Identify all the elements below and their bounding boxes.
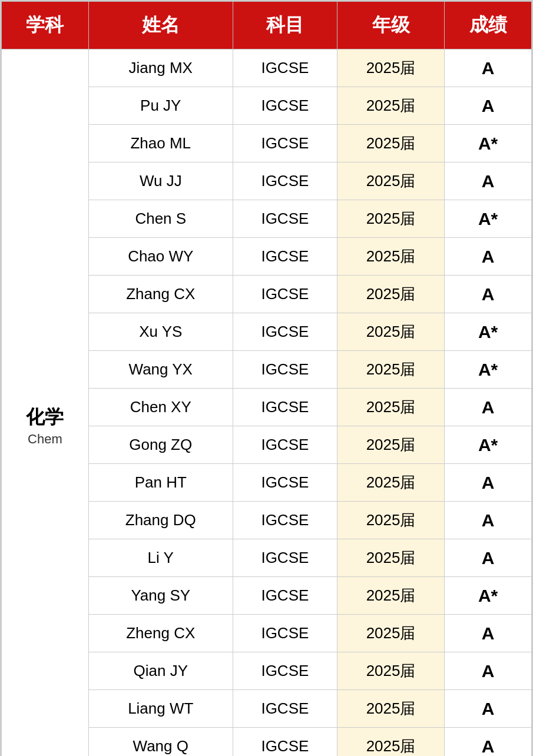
student-score: A* bbox=[445, 125, 532, 163]
student-grade: 2025届 bbox=[337, 464, 444, 502]
student-name: Li Y bbox=[88, 539, 233, 577]
student-grade: 2025届 bbox=[337, 238, 444, 276]
student-score: A bbox=[445, 276, 532, 313]
student-name: Qian JY bbox=[88, 652, 233, 690]
student-score: A bbox=[445, 389, 532, 426]
results-table: 学科 姓名 科目 年级 成绩 化学ChemJiang MXIGCSE2025届A… bbox=[1, 1, 532, 756]
header-exam: 科目 bbox=[233, 2, 337, 49]
header-score: 成绩 bbox=[445, 2, 532, 49]
student-grade: 2025届 bbox=[337, 49, 444, 87]
student-name: Yang SY bbox=[88, 577, 233, 615]
exam-subject: IGCSE bbox=[233, 49, 337, 87]
student-name: Pan HT bbox=[88, 464, 233, 502]
student-name: Zhao ML bbox=[88, 125, 233, 163]
student-grade: 2025届 bbox=[337, 389, 444, 426]
main-table-container: 学科 姓名 科目 年级 成绩 化学ChemJiang MXIGCSE2025届A… bbox=[0, 0, 533, 756]
student-name: Wang YX bbox=[88, 351, 233, 389]
student-name: Wu JJ bbox=[88, 163, 233, 200]
student-score: A bbox=[445, 49, 532, 87]
exam-subject: IGCSE bbox=[233, 276, 337, 313]
exam-subject: IGCSE bbox=[233, 426, 337, 464]
exam-subject: IGCSE bbox=[233, 728, 337, 757]
subject-cell: 化学Chem bbox=[2, 49, 89, 757]
exam-subject: IGCSE bbox=[233, 125, 337, 163]
table-row: 化学ChemJiang MXIGCSE2025届A bbox=[2, 49, 532, 87]
header-name: 姓名 bbox=[88, 2, 233, 49]
student-score: A* bbox=[445, 313, 532, 351]
student-name: Gong ZQ bbox=[88, 426, 233, 464]
table-header-row: 学科 姓名 科目 年级 成绩 bbox=[2, 2, 532, 49]
student-name: Zheng CX bbox=[88, 615, 233, 652]
student-grade: 2025届 bbox=[337, 652, 444, 690]
exam-subject: IGCSE bbox=[233, 200, 337, 238]
student-score: A* bbox=[445, 200, 532, 238]
exam-subject: IGCSE bbox=[233, 652, 337, 690]
student-score: A bbox=[445, 163, 532, 200]
exam-subject: IGCSE bbox=[233, 389, 337, 426]
student-name: Liang WT bbox=[88, 690, 233, 728]
student-name: Chao WY bbox=[88, 238, 233, 276]
student-name: Zhang CX bbox=[88, 276, 233, 313]
exam-subject: IGCSE bbox=[233, 313, 337, 351]
exam-subject: IGCSE bbox=[233, 87, 337, 125]
student-score: A bbox=[445, 464, 532, 502]
student-name: Wang Q bbox=[88, 728, 233, 757]
exam-subject: IGCSE bbox=[233, 615, 337, 652]
exam-subject: IGCSE bbox=[233, 502, 337, 539]
student-score: A bbox=[445, 615, 532, 652]
student-name: Pu JY bbox=[88, 87, 233, 125]
student-grade: 2025届 bbox=[337, 351, 444, 389]
student-score: A bbox=[445, 652, 532, 690]
student-score: A bbox=[445, 539, 532, 577]
student-score: A* bbox=[445, 577, 532, 615]
student-name: Xu YS bbox=[88, 313, 233, 351]
student-name: Chen S bbox=[88, 200, 233, 238]
exam-subject: IGCSE bbox=[233, 539, 337, 577]
student-grade: 2025届 bbox=[337, 125, 444, 163]
student-grade: 2025届 bbox=[337, 577, 444, 615]
student-grade: 2025届 bbox=[337, 728, 444, 757]
exam-subject: IGCSE bbox=[233, 690, 337, 728]
student-score: A bbox=[445, 238, 532, 276]
student-grade: 2025届 bbox=[337, 615, 444, 652]
exam-subject: IGCSE bbox=[233, 163, 337, 200]
exam-subject: IGCSE bbox=[233, 238, 337, 276]
student-score: A bbox=[445, 728, 532, 757]
exam-subject: IGCSE bbox=[233, 351, 337, 389]
subject-cn-label: 化学 bbox=[8, 404, 82, 430]
header-subject: 学科 bbox=[2, 2, 89, 49]
student-grade: 2025届 bbox=[337, 426, 444, 464]
student-grade: 2025届 bbox=[337, 163, 444, 200]
student-score: A* bbox=[445, 426, 532, 464]
student-name: Jiang MX bbox=[88, 49, 233, 87]
exam-subject: IGCSE bbox=[233, 464, 337, 502]
student-score: A bbox=[445, 690, 532, 728]
student-score: A bbox=[445, 502, 532, 539]
subject-en-label: Chem bbox=[8, 430, 82, 449]
student-grade: 2025届 bbox=[337, 539, 444, 577]
student-name: Zhang DQ bbox=[88, 502, 233, 539]
student-grade: 2025届 bbox=[337, 276, 444, 313]
student-grade: 2025届 bbox=[337, 87, 444, 125]
student-grade: 2025届 bbox=[337, 313, 444, 351]
student-score: A* bbox=[445, 351, 532, 389]
exam-subject: IGCSE bbox=[233, 577, 337, 615]
header-grade: 年级 bbox=[337, 2, 444, 49]
student-grade: 2025届 bbox=[337, 690, 444, 728]
student-grade: 2025届 bbox=[337, 200, 444, 238]
student-score: A bbox=[445, 87, 532, 125]
student-grade: 2025届 bbox=[337, 502, 444, 539]
student-name: Chen XY bbox=[88, 389, 233, 426]
